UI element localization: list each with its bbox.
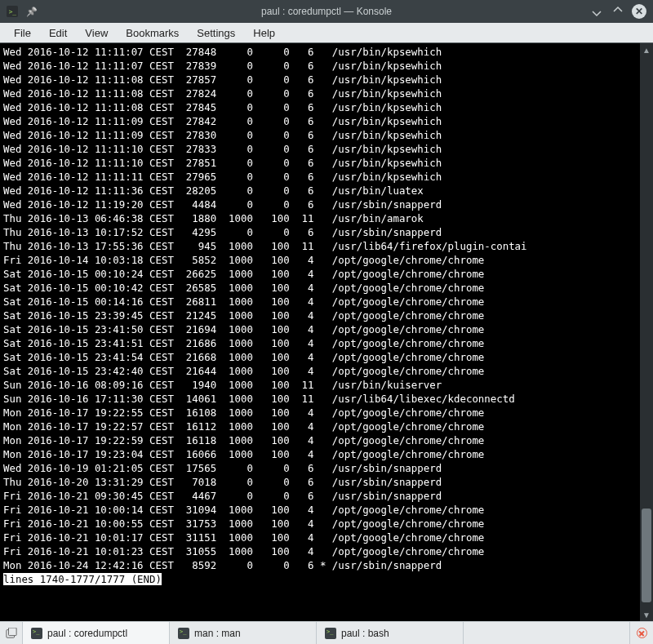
pager-status-line: lines 1740-1777/1777 (END) xyxy=(3,573,162,585)
pin-icon[interactable] xyxy=(26,6,38,17)
terminal-icon xyxy=(178,628,189,639)
menu-view[interactable]: View xyxy=(78,25,115,41)
menubar: File Edit View Bookmarks Settings Help xyxy=(0,23,653,42)
window: >_ paul : coredumpctl — Konsole ✕ File E… xyxy=(0,0,653,644)
scroll-up-arrow[interactable]: ▲ xyxy=(640,43,653,56)
tab-bash[interactable]: paul : bash xyxy=(317,622,464,644)
scroll-track[interactable] xyxy=(640,56,653,608)
menu-file[interactable]: File xyxy=(7,25,38,41)
tab-label: paul : bash xyxy=(341,628,389,639)
tab-label: man : man xyxy=(194,628,241,639)
tab-man[interactable]: man : man xyxy=(170,622,317,644)
app-icon: >_ xyxy=(7,6,18,17)
terminal-icon xyxy=(31,628,42,639)
scrollbar[interactable]: ▲ ▼ xyxy=(640,43,653,621)
minimize-button[interactable] xyxy=(589,4,604,19)
tab-coredumpctl[interactable]: paul : coredumpctl xyxy=(23,622,170,644)
menu-edit[interactable]: Edit xyxy=(42,25,74,41)
terminal-area: Wed 2016-10-12 11:11:07 CEST 27848 0 0 6… xyxy=(0,42,653,621)
close-icon xyxy=(637,628,647,638)
scroll-down-arrow[interactable]: ▼ xyxy=(640,608,653,621)
menu-help[interactable]: Help xyxy=(246,25,282,41)
window-title: paul : coredumpctl — Konsole xyxy=(0,6,653,17)
svg-text:>_: >_ xyxy=(9,8,17,16)
terminal-output[interactable]: Wed 2016-10-12 11:11:07 CEST 27848 0 0 6… xyxy=(0,43,640,621)
scroll-thumb[interactable] xyxy=(642,509,651,602)
titlebar[interactable]: >_ paul : coredumpctl — Konsole ✕ xyxy=(0,0,653,23)
new-tab-button[interactable] xyxy=(0,622,23,644)
menu-settings[interactable]: Settings xyxy=(189,25,242,41)
tab-label: paul : coredumpctl xyxy=(47,628,127,639)
terminal-icon xyxy=(325,628,336,639)
menu-bookmarks[interactable]: Bookmarks xyxy=(118,25,186,41)
tabbar: paul : coredumpctl man : man paul : bash xyxy=(0,621,653,644)
close-button[interactable]: ✕ xyxy=(632,4,646,19)
tab-close-button[interactable] xyxy=(630,622,653,644)
tabbar-spacer xyxy=(464,622,630,644)
svg-rect-3 xyxy=(8,628,16,636)
maximize-button[interactable] xyxy=(611,4,625,19)
